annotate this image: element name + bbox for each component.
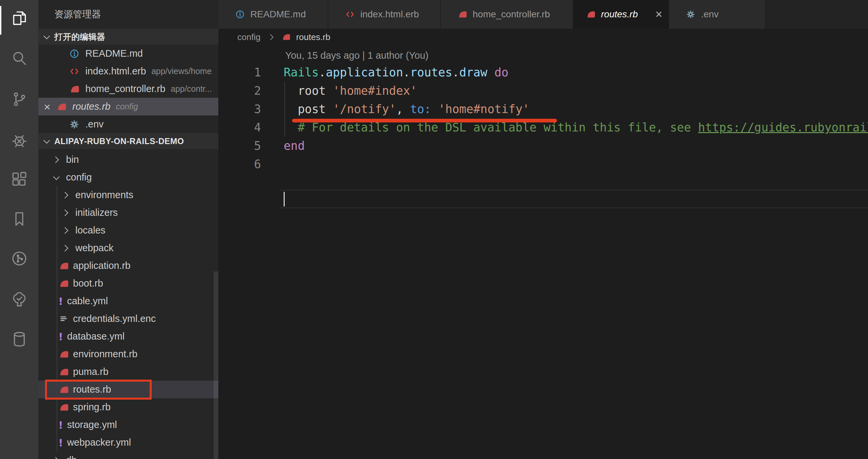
folder-name: initializers (75, 207, 118, 218)
open-editor-routes.rb[interactable]: ×routes.rbconfig (38, 98, 218, 115)
tree-item-environment.rb[interactable]: environment.rb (38, 345, 218, 363)
tree-item-bin[interactable]: bin (38, 151, 218, 168)
git-graph-icon (10, 250, 28, 269)
file-name: .env (85, 119, 104, 130)
file-name: webpacker.yml (67, 437, 131, 448)
ruby-file-icon (58, 402, 69, 413)
vscode-window: 资源管理器 打开的编辑器 README.mdindex.html.erbapp/… (0, 0, 868, 459)
open-editors-header-label: 打开的编辑器 (54, 31, 105, 42)
tree-item-credentials.yml.enc[interactable]: credentials.yml.enc (38, 310, 218, 327)
code-area[interactable]: 1Rails.application.routes.draw do2 root … (218, 63, 868, 173)
chevron-down-icon (53, 173, 60, 180)
file-name: application.rb (73, 260, 131, 271)
bookmarks-icon (10, 210, 28, 229)
bookmarks-activity-button[interactable] (0, 201, 38, 238)
close-icon[interactable]: × (655, 8, 662, 20)
explorer-activity-button[interactable] (0, 1, 38, 37)
sidebar-title: 资源管理器 (38, 0, 218, 29)
extensions-activity-button[interactable] (0, 162, 38, 199)
todo-tree-icon (10, 290, 28, 310)
database-icon (10, 330, 28, 350)
open-editor-.env[interactable]: .env (38, 115, 218, 133)
tree-item-config[interactable]: config (38, 168, 218, 186)
line-content: post '/notify', to: 'home#notify' (284, 100, 530, 118)
ruby-icon (586, 9, 596, 19)
tree-item-boot.rb[interactable]: boot.rb (38, 275, 218, 292)
line-content: root 'home#index' (284, 82, 417, 100)
tree-item-cable.yml[interactable]: !cable.yml (38, 292, 218, 310)
tab-routes.rb[interactable]: routes.rb× (574, 0, 669, 29)
line-content: end (284, 137, 305, 155)
tree-item-environments[interactable]: environments (38, 186, 218, 204)
git-graph-activity-button[interactable] (0, 241, 38, 278)
ruby-file-icon (58, 367, 69, 377)
tree-item-puma.rb[interactable]: puma.rb (38, 363, 218, 381)
tree-item-spring.rb[interactable]: spring.rb (38, 398, 218, 416)
todo-tree-activity-button[interactable] (0, 282, 38, 318)
tree-item-db[interactable]: db (38, 451, 218, 459)
ruby-file-icon (69, 84, 80, 94)
chevron-right-icon (52, 457, 59, 459)
yaml-icon: ! (58, 419, 63, 431)
file-path: config (116, 102, 138, 111)
git-blame-annotation: You, 15 days ago | 1 author (You) (285, 47, 428, 64)
tree-item-webpacker.yml[interactable]: !webpacker.yml (38, 434, 218, 451)
open-editor-README.md[interactable]: README.md (38, 45, 218, 62)
tree-item-initializers[interactable]: initializers (38, 204, 218, 222)
tree-item-webpack[interactable]: webpack (38, 239, 218, 257)
tree-item-storage.yml[interactable]: !storage.yml (38, 416, 218, 434)
erb-code-icon (69, 66, 80, 77)
close-icon[interactable]: × (38, 101, 56, 112)
open-editors-header[interactable]: 打开的编辑器 (38, 29, 218, 45)
yaml-icon: ! (58, 331, 63, 343)
chevron-right-icon (62, 209, 68, 216)
gear-icon (69, 119, 80, 130)
file-name: home_controller.rb (85, 83, 165, 94)
ruby-file-icon (58, 349, 69, 360)
chevron-right-icon (268, 34, 274, 40)
tab-README.md[interactable]: README.md (218, 0, 328, 29)
code-line-2[interactable]: 2 root 'home#index' (218, 82, 868, 100)
breadcrumb-folder[interactable]: config (237, 32, 260, 42)
file-name: routes.rb (72, 101, 110, 112)
ruby-file-icon (56, 102, 67, 112)
folder-name: config (66, 172, 92, 183)
source-control-activity-button[interactable] (0, 81, 38, 118)
yaml-icon: ! (58, 295, 63, 307)
database-activity-button[interactable] (0, 321, 38, 358)
line-number: 4 (218, 118, 261, 137)
code-line-3[interactable]: 3 post '/notify', to: 'home#notify' (218, 100, 868, 118)
sidebar-scrollbar[interactable] (214, 271, 218, 459)
extensions-icon (10, 170, 28, 190)
ruby-file-icon (281, 32, 291, 42)
tree-item-application.rb[interactable]: application.rb (38, 257, 218, 275)
search-activity-button[interactable] (0, 41, 38, 77)
open-editor-index.html.erb[interactable]: index.html.erbapp/views/home (38, 62, 218, 80)
info-icon (69, 48, 80, 59)
project-section-header[interactable]: ALIPAY-RUBY-ON-RAILS-DEMO (38, 133, 218, 149)
tree-item-database.yml[interactable]: !database.yml (38, 327, 218, 345)
debug-activity-button[interactable] (0, 122, 38, 159)
code-line-1[interactable]: 1Rails.application.routes.draw do (218, 63, 868, 82)
open-editor-home_controller.rb[interactable]: home_controller.rbapp/contr... (38, 80, 218, 98)
erb-icon (345, 9, 355, 19)
folder-name: locales (75, 225, 105, 236)
folder-name: environments (75, 190, 133, 200)
file-name: index.html.erb (85, 66, 146, 77)
code-indent-guide (284, 82, 285, 137)
tab-index.html.erb[interactable]: index.html.erb (328, 0, 441, 29)
credentials-file-icon (58, 314, 69, 324)
tab-home_controller.rb[interactable]: home_controller.rb (441, 0, 574, 29)
breadcrumb-file[interactable]: routes.rb (296, 32, 330, 42)
source-control-icon (10, 90, 28, 109)
red-annotation-underline (292, 119, 557, 122)
file-name: spring.rb (73, 402, 111, 413)
editor-pane[interactable]: config routes.rb You, 15 days ago | 1 au… (218, 29, 868, 459)
code-line-6[interactable]: 6 (218, 155, 868, 173)
tab-.env[interactable]: .env (669, 0, 766, 29)
code-line-5[interactable]: 5end (218, 137, 868, 155)
folder-name: webpack (75, 242, 113, 254)
tree-item-locales[interactable]: locales (38, 222, 218, 239)
editor-tab-bar: README.mdindex.html.erbhome_controller.r… (218, 0, 868, 29)
line-number: 1 (218, 63, 261, 82)
